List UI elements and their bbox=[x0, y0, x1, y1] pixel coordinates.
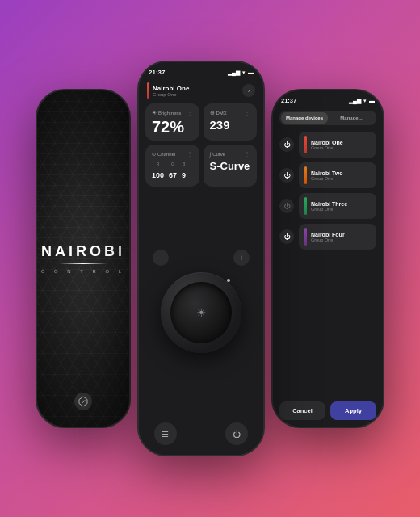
stats-grid: ☀ Brightness ⋮ 72% ⊕ DMX ⋮ bbox=[139, 103, 263, 187]
b-value: 9 bbox=[182, 171, 186, 179]
device-text-2: Nairobi Two Group One bbox=[311, 170, 343, 181]
channel-more[interactable]: ⋮ bbox=[187, 150, 193, 158]
phones-container: NAIROBI C O N T R O L 21:37 ▂▄▆ bbox=[19, 44, 401, 473]
status-time-2: 21:37 bbox=[149, 69, 165, 76]
device-row-group-1: Group One bbox=[311, 145, 343, 150]
devices-screen: 21:37 ▂▄▆ ▾ ▬ Manage devices Manage... ⏻ bbox=[273, 90, 383, 427]
status-icons-2: ▂▄▆ ▾ ▬ bbox=[228, 69, 254, 76]
battery-icon: ▬ bbox=[248, 69, 254, 75]
dial-inner: ☀ bbox=[170, 282, 232, 343]
tab-manage-devices[interactable]: Manage devices bbox=[281, 112, 328, 124]
dial-knob[interactable]: ☀ bbox=[161, 272, 242, 353]
device-text-3: Nairobi Three Group One bbox=[311, 201, 347, 212]
device-color-3 bbox=[304, 197, 307, 215]
device-row-group-4: Group One bbox=[311, 237, 345, 242]
curve-header: ∫ Curve ⋮ bbox=[210, 150, 251, 158]
device-row-info-3[interactable]: Nairobi Three Group One bbox=[299, 193, 376, 219]
dmx-more[interactable]: ⋮ bbox=[244, 109, 250, 116]
nav-arrow[interactable]: › bbox=[242, 84, 255, 97]
dial-indicator bbox=[227, 279, 230, 282]
brightness-icon: ☀ bbox=[152, 110, 157, 116]
device-color-indicator bbox=[147, 82, 149, 99]
list-item: ⏻ Nairobi Two Group One bbox=[279, 162, 376, 188]
app-subtitle: C O N T R O L bbox=[41, 269, 125, 274]
signal-icon: ▂▄▆ bbox=[228, 69, 240, 76]
power-toggle-2[interactable]: ⏻ bbox=[279, 168, 294, 183]
device-list: ⏻ Nairobi One Group One ⏻ Nairo bbox=[273, 132, 383, 392]
device-color-4 bbox=[304, 228, 307, 246]
device-row-info-4[interactable]: Nairobi Four Group One bbox=[299, 224, 376, 250]
wifi-icon-3: ▾ bbox=[363, 98, 367, 104]
channel-card[interactable]: ⊙ Channel ⋮ R 100 G 67 bbox=[145, 145, 200, 187]
status-time-3: 21:37 bbox=[281, 97, 296, 104]
device-row-name-1: Nairobi One bbox=[311, 140, 343, 145]
plus-button[interactable]: + bbox=[233, 250, 250, 266]
phone-control: 21:37 ▂▄▆ ▾ ▬ Nairobi One Group One › bbox=[137, 61, 265, 456]
device-header[interactable]: Nairobi One Group One › bbox=[139, 79, 263, 103]
curve-icon: ∫ bbox=[210, 152, 212, 157]
control-screen: 21:37 ▂▄▆ ▾ ▬ Nairobi One Group One › bbox=[139, 62, 263, 455]
b-label: B bbox=[182, 162, 186, 166]
list-item: ⏻ Nairobi Four Group One bbox=[279, 224, 376, 250]
dmx-icon: ⊕ bbox=[210, 110, 215, 116]
bottom-actions: Cancel Apply bbox=[273, 395, 383, 427]
device-name: Nairobi One bbox=[153, 85, 189, 92]
wifi-icon: ▾ bbox=[242, 69, 246, 76]
logo-divider bbox=[59, 263, 107, 264]
rgb-r: R 100 bbox=[152, 162, 164, 181]
device-group: Group One bbox=[153, 92, 189, 97]
g-label: G bbox=[169, 162, 177, 166]
phone-splash: NAIROBI C O N T R O L bbox=[36, 89, 131, 428]
curve-label: ∫ Curve bbox=[210, 152, 226, 157]
device-row-info-1[interactable]: Nairobi One Group One bbox=[299, 132, 376, 158]
rgb-b: B 9 bbox=[182, 162, 186, 181]
device-text-1: Nairobi One Group One bbox=[311, 140, 343, 150]
dmx-label: ⊕ DMX bbox=[210, 110, 227, 116]
power-toggle-1[interactable]: ⏻ bbox=[279, 137, 294, 152]
splash-badge bbox=[74, 393, 92, 410]
dial-sun-icon: ☀ bbox=[196, 306, 207, 319]
dial-area: − + ☀ bbox=[139, 187, 263, 416]
list-item: ⏻ Nairobi Three Group One bbox=[279, 193, 376, 219]
r-value: 100 bbox=[152, 171, 164, 179]
curve-card[interactable]: ∫ Curve ⋮ S-Curve bbox=[204, 145, 258, 187]
channel-icon: ⊙ bbox=[152, 151, 156, 157]
device-row-info-2[interactable]: Nairobi Two Group One bbox=[299, 162, 376, 188]
power-toggle-3[interactable]: ⏻ bbox=[279, 199, 294, 213]
channel-label: ⊙ Channel bbox=[152, 151, 175, 157]
badge-icon bbox=[74, 393, 92, 410]
signal-icon-3: ▂▄▆ bbox=[349, 98, 361, 104]
status-icons-3: ▂▄▆ ▾ ▬ bbox=[349, 98, 375, 104]
device-info: Nairobi One Group One bbox=[147, 82, 189, 99]
dmx-card[interactable]: ⊕ DMX ⋮ 239 bbox=[204, 103, 258, 141]
device-color-1 bbox=[304, 136, 307, 153]
brightness-more[interactable]: ⋮ bbox=[187, 109, 193, 116]
minus-button[interactable]: − bbox=[153, 250, 169, 266]
channel-header: ⊙ Channel ⋮ bbox=[152, 150, 193, 158]
device-text-4: Nairobi Four Group One bbox=[311, 232, 345, 242]
menu-button[interactable]: ☰ bbox=[154, 422, 177, 445]
device-row-name-3: Nairobi Three bbox=[311, 201, 347, 207]
apply-button[interactable]: Apply bbox=[330, 401, 376, 420]
brightness-card[interactable]: ☀ Brightness ⋮ 72% bbox=[145, 103, 200, 141]
device-text: Nairobi One Group One bbox=[153, 85, 189, 97]
status-bar-3: 21:37 ▂▄▆ ▾ ▬ bbox=[273, 90, 383, 107]
phone-devices: 21:37 ▂▄▆ ▾ ▬ Manage devices Manage... ⏻ bbox=[271, 89, 384, 428]
brightness-header: ☀ Brightness ⋮ bbox=[152, 109, 193, 116]
power-toggle-4[interactable]: ⏻ bbox=[279, 229, 294, 244]
curve-more[interactable]: ⋮ bbox=[244, 150, 250, 158]
cancel-button[interactable]: Cancel bbox=[279, 401, 326, 420]
r-label: R bbox=[152, 162, 164, 166]
brightness-value: 72% bbox=[152, 119, 193, 135]
status-bar-2: 21:37 ▂▄▆ ▾ ▬ bbox=[139, 62, 263, 79]
device-row-group-2: Group One bbox=[311, 176, 343, 181]
tab-manage-other[interactable]: Manage... bbox=[328, 112, 375, 124]
dial-top-controls: − + bbox=[153, 250, 250, 266]
power-button[interactable]: ⏻ bbox=[225, 422, 248, 445]
splash-screen: NAIROBI C O N T R O L bbox=[37, 90, 129, 427]
manage-tabs: Manage devices Manage... bbox=[279, 111, 376, 125]
battery-icon-3: ▬ bbox=[369, 98, 375, 103]
brightness-label: ☀ Brightness bbox=[152, 110, 181, 116]
rgb-values: R 100 G 67 B 9 bbox=[152, 162, 193, 181]
splash-logo: NAIROBI C O N T R O L bbox=[41, 244, 125, 274]
